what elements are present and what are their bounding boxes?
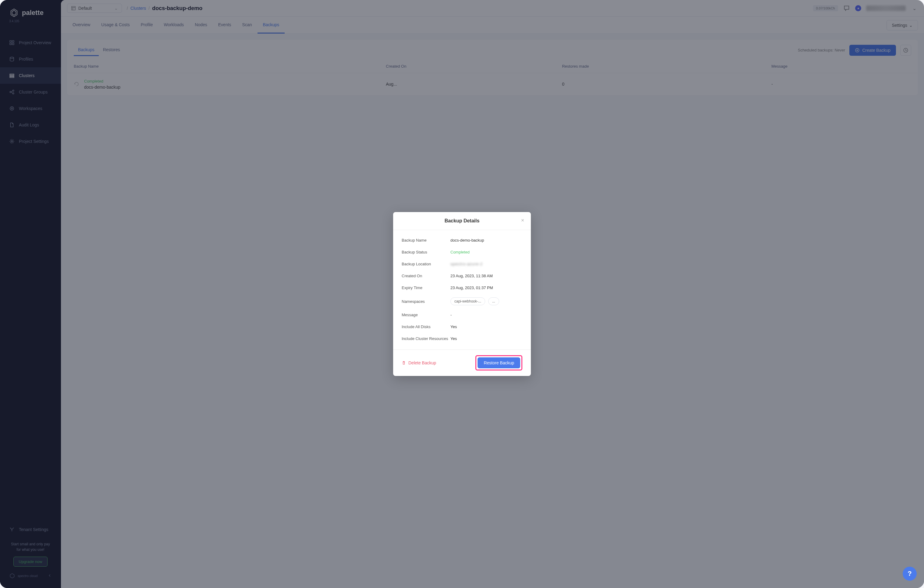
field-value: Yes bbox=[450, 324, 457, 329]
modal-footer: Delete Backup Restore Backup bbox=[393, 349, 531, 376]
field-namespaces: Namespaces capi-webhook-... ... bbox=[402, 297, 522, 305]
field-value: 23 Aug, 2023, 11:38 AM bbox=[450, 273, 493, 278]
field-backup-status: Backup Status Completed bbox=[402, 250, 522, 254]
delete-backup-button[interactable]: Delete Backup bbox=[402, 361, 436, 365]
field-expiry-time: Expiry Time 23 Aug, 2023, 01:37 PM bbox=[402, 285, 522, 290]
field-value: spectro-azure-2 bbox=[450, 262, 483, 266]
modal-body: Backup Name docs-demo-backup Backup Stat… bbox=[393, 230, 531, 349]
close-icon bbox=[520, 218, 525, 222]
modal-overlay[interactable]: Backup Details Backup Name docs-demo-bac… bbox=[0, 0, 924, 588]
field-value: 23 Aug, 2023, 01:37 PM bbox=[450, 285, 493, 290]
namespace-more-chip[interactable]: ... bbox=[488, 297, 499, 305]
field-label: Backup Status bbox=[402, 250, 450, 254]
question-icon: ? bbox=[908, 570, 911, 578]
field-message: Message - bbox=[402, 313, 522, 317]
field-label: Message bbox=[402, 313, 450, 317]
highlight-annotation: Restore Backup bbox=[475, 355, 522, 371]
close-button[interactable] bbox=[520, 218, 525, 224]
field-label: Namespaces bbox=[402, 299, 450, 304]
field-created-on: Created On 23 Aug, 2023, 11:38 AM bbox=[402, 273, 522, 278]
field-value: - bbox=[450, 313, 452, 317]
field-value: Completed bbox=[450, 250, 470, 254]
field-include-disks: Include All Disks Yes bbox=[402, 324, 522, 329]
field-backup-location: Backup Location spectro-azure-2 bbox=[402, 262, 522, 266]
field-label: Backup Location bbox=[402, 262, 450, 266]
delete-backup-label: Delete Backup bbox=[408, 361, 436, 365]
modal-header: Backup Details bbox=[393, 212, 531, 230]
backup-details-modal: Backup Details Backup Name docs-demo-bac… bbox=[393, 212, 531, 376]
trash-icon bbox=[402, 361, 406, 365]
field-label: Backup Name bbox=[402, 238, 450, 242]
field-include-cluster: Include Cluster Resources Yes bbox=[402, 336, 522, 341]
field-value: docs-demo-backup bbox=[450, 238, 484, 242]
field-label: Created On bbox=[402, 273, 450, 278]
field-label: Include All Disks bbox=[402, 324, 450, 329]
field-label: Include Cluster Resources bbox=[402, 336, 450, 341]
namespace-chip: capi-webhook-... bbox=[450, 297, 485, 305]
field-label: Expiry Time bbox=[402, 285, 450, 290]
field-value: Yes bbox=[450, 336, 457, 341]
help-button[interactable]: ? bbox=[903, 567, 917, 581]
field-backup-name: Backup Name docs-demo-backup bbox=[402, 238, 522, 242]
restore-backup-button[interactable]: Restore Backup bbox=[478, 357, 520, 368]
modal-title: Backup Details bbox=[445, 218, 480, 224]
